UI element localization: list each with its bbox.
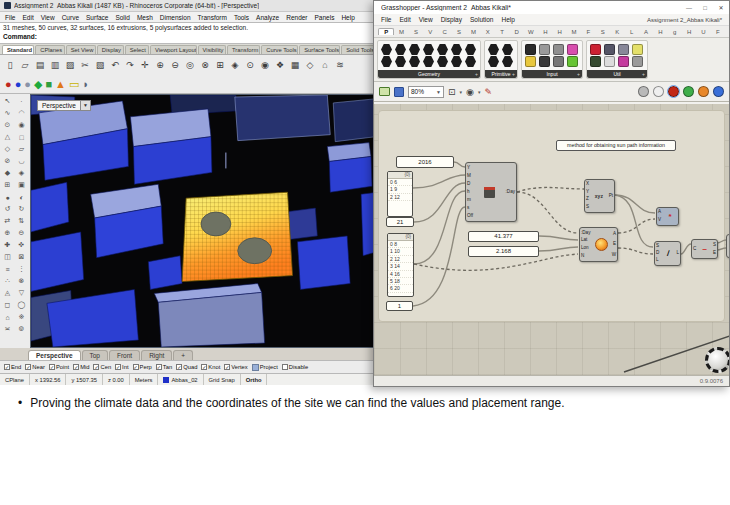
rhino-menu-item[interactable]: Transform — [198, 14, 227, 21]
input-port[interactable]: M — [467, 174, 473, 179]
gh-component-icon[interactable] — [604, 56, 615, 67]
preview-eye-icon[interactable]: ◉ — [466, 87, 474, 97]
gh-group-label[interactable]: Primitive — [485, 70, 517, 78]
viewport-menu-arrow-icon[interactable]: ▼ — [81, 100, 91, 111]
osnap-disable-toggle[interactable]: Disable — [282, 364, 308, 370]
output-port[interactable]: E — [613, 242, 616, 247]
close-button[interactable]: ✕ — [713, 1, 729, 14]
rhino-toolbar-tab[interactable]: Solid Tools — [341, 45, 376, 54]
gh-menu-solution[interactable]: Solution — [470, 16, 494, 23]
gh-component-icon[interactable] — [502, 44, 513, 55]
rhino-palette-icon[interactable]: ↖ — [1, 95, 14, 107]
sketch-pencil-icon[interactable]: ✎ — [484, 87, 492, 97]
osnap-checkbox-item[interactable]: ✓ Near — [25, 364, 45, 370]
rhino-palette-icon[interactable]: ∴ — [1, 275, 14, 287]
gh-category-tab[interactable]: X — [481, 29, 495, 35]
osnap-checkbox-item[interactable]: ✓ Int — [115, 364, 128, 370]
rhino-palette-icon[interactable]: ◇ — [1, 143, 14, 155]
status-grid-snap[interactable]: Grid Snap — [204, 374, 241, 385]
rhino-toolbar-tab[interactable]: Select — [125, 45, 149, 54]
rhino-palette-icon[interactable]: ≡ — [1, 263, 14, 275]
rhino-menu-item[interactable]: Edit — [22, 14, 33, 21]
rhino-tool-icon[interactable]: ⌂ — [318, 58, 332, 73]
display-mode-sphere-icon[interactable] — [713, 86, 724, 97]
panel-longitude[interactable]: 2.168 — [468, 246, 539, 257]
input-port[interactable]: N — [581, 254, 590, 259]
rhino-display-mode-icon[interactable]: ▭ — [69, 79, 79, 90]
rhino-toolbar-tab[interactable]: Set View — [66, 45, 96, 54]
rhino-tool-icon[interactable]: ✂ — [78, 58, 92, 73]
output-port[interactable]: W — [612, 253, 616, 258]
rhino-palette-icon[interactable]: ● — [1, 191, 14, 203]
gh-component-icon[interactable] — [632, 44, 643, 55]
output-port[interactable]: :Day — [506, 190, 515, 195]
zoom-extents-icon[interactable]: ⊡ — [448, 87, 456, 97]
gh-component-icon[interactable] — [409, 44, 420, 55]
output-port[interactable]: L — [676, 251, 679, 256]
rhino-palette-icon[interactable]: ⋮ — [15, 263, 28, 275]
viewport-tab[interactable]: Right — [141, 350, 172, 360]
gh-category-tab[interactable]: T — [495, 29, 509, 35]
rhino-palette-icon[interactable]: ◻ — [1, 299, 14, 311]
rhino-perspective-viewport[interactable]: Perspective ▼ — [30, 94, 378, 348]
gh-category-tab[interactable]: A — [639, 29, 653, 35]
gh-category-tab[interactable]: C — [438, 29, 452, 35]
gh-component-icon[interactable] — [451, 56, 462, 67]
rhino-display-mode-icon[interactable]: ● — [24, 79, 31, 90]
rhino-palette-icon[interactable]: ◬ — [1, 287, 14, 299]
rhino-palette-icon[interactable]: ∿ — [1, 107, 14, 119]
rhino-palette-icon[interactable]: ◐ — [15, 191, 28, 203]
rhino-palette-icon[interactable]: ※ — [15, 311, 28, 323]
input-port[interactable]: h — [467, 190, 473, 195]
gh-category-tab[interactable]: F — [711, 29, 725, 35]
gh-component-icon[interactable] — [488, 56, 499, 67]
zoom-level-select[interactable]: 80%▼ — [408, 86, 444, 98]
viewport-tab[interactable]: + — [173, 350, 193, 360]
gh-component-icon[interactable] — [525, 56, 536, 67]
rhino-toolbar-tab[interactable]: Standard — [2, 45, 34, 54]
gh-group-label[interactable]: Geometry — [378, 70, 480, 78]
rhino-menu-item[interactable]: Tools — [234, 14, 249, 21]
rhino-tool-icon[interactable]: ◉ — [258, 58, 272, 73]
rhino-palette-icon[interactable]: ⊕ — [1, 227, 14, 239]
input-port[interactable]: Lat — [581, 238, 590, 243]
gh-canvas[interactable]: method for obtaining sun path informatio… — [374, 104, 729, 375]
input-port[interactable]: D — [467, 182, 473, 187]
rhino-tool-icon[interactable]: ⊕ — [153, 58, 167, 73]
panel-year[interactable]: 2016 — [396, 156, 454, 168]
rhino-command-prompt[interactable]: Command: — [0, 32, 377, 44]
output-port[interactable]: E — [713, 251, 716, 256]
gh-category-tab[interactable]: V — [423, 29, 437, 35]
input-port[interactable]: Y — [467, 166, 473, 171]
gh-component-icon[interactable] — [465, 44, 476, 55]
input-port[interactable]: S — [656, 244, 659, 249]
osnap-checkbox-item[interactable]: ✓ Perp — [133, 364, 152, 370]
gh-component-icon[interactable] — [423, 56, 434, 67]
rhino-menu-item[interactable]: Panels — [315, 14, 335, 21]
rhino-tool-icon[interactable]: ◈ — [228, 58, 242, 73]
gh-component-icon[interactable] — [553, 44, 564, 55]
rhino-palette-icon[interactable]: ▽ — [15, 287, 28, 299]
gh-active-document-label[interactable]: Assignment 2_Abbas Kikali* — [647, 17, 722, 23]
rhino-palette-icon[interactable]: ◈ — [15, 167, 28, 179]
rhino-menu-item[interactable]: Analyze — [256, 14, 279, 21]
display-mode-sphere-icon[interactable] — [668, 86, 679, 97]
gh-category-tab[interactable]: S — [409, 29, 423, 35]
gh-category-tab[interactable]: H — [653, 29, 667, 35]
rhino-palette-icon[interactable]: ▣ — [15, 179, 28, 191]
rhino-tool-icon[interactable]: ◎ — [183, 58, 197, 73]
gh-component-icon[interactable] — [539, 56, 550, 67]
rhino-tool-icon[interactable]: ↶ — [108, 58, 122, 73]
gh-group-label[interactable]: Util — [587, 70, 647, 78]
osnap-checkbox-item[interactable]: ✓ End — [4, 364, 21, 370]
display-mode-sphere-icon[interactable] — [638, 86, 649, 97]
rhino-menu-item[interactable]: View — [41, 14, 55, 21]
rhino-palette-icon[interactable]: ⊘ — [1, 155, 14, 167]
rhino-palette-icon[interactable]: ⇄ — [1, 215, 14, 227]
gh-component-icon[interactable] — [539, 44, 550, 55]
rhino-tool-icon[interactable]: ↷ — [123, 58, 137, 73]
rhino-palette-icon[interactable]: ◉ — [15, 119, 28, 131]
rhino-palette-icon[interactable]: ◆ — [1, 167, 14, 179]
viewport-tab[interactable]: Perspective — [28, 350, 81, 360]
gh-component-icon[interactable] — [618, 44, 629, 55]
